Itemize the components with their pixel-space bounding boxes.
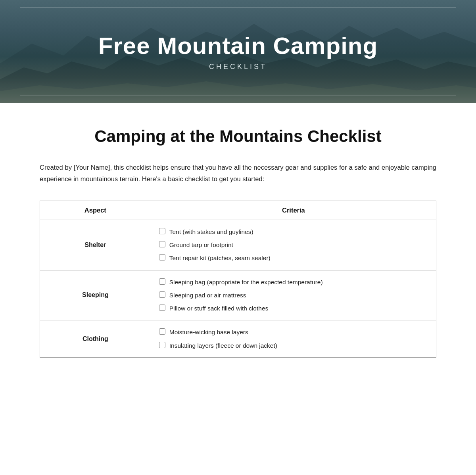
item-text: Tent repair kit (patches, seam sealer) — [169, 253, 271, 262]
checklist-item: Insulating layers (fleece or down jacket… — [159, 341, 428, 350]
checklist-item: Tent (with stakes and guylines) — [159, 227, 428, 236]
item-text: Sleeping bag (appropriate for the expect… — [169, 278, 323, 287]
hero-border-top — [20, 7, 456, 8]
hero-border-bottom — [20, 96, 456, 96]
checkbox-icon[interactable] — [159, 291, 165, 298]
aspect-cell-0: Shelter — [40, 220, 151, 270]
hero-section: Free Mountain Camping CHECKLIST — [0, 0, 476, 103]
checkbox-icon[interactable] — [159, 328, 165, 335]
main-content: Camping at the Mountains Checklist Creat… — [0, 103, 476, 381]
intro-text: Created by [Your Name], this checklist h… — [40, 162, 436, 185]
checklist-item: Pillow or stuff sack filled with clothes — [159, 304, 428, 313]
checkbox-icon[interactable] — [159, 305, 165, 311]
item-text: Moisture-wicking base layers — [169, 328, 248, 337]
item-text: Tent (with stakes and guylines) — [169, 227, 253, 236]
checklist-item: Moisture-wicking base layers — [159, 328, 428, 337]
hero-subtitle: CHECKLIST — [209, 63, 267, 71]
checklist-item: Sleeping bag (appropriate for the expect… — [159, 278, 428, 287]
table-row: SleepingSleeping bag (appropriate for th… — [40, 270, 436, 320]
header-criteria: Criteria — [151, 201, 436, 220]
table-row: ClothingMoisture-wicking base layersInsu… — [40, 320, 436, 358]
checkbox-icon[interactable] — [159, 278, 165, 285]
item-text: Ground tarp or footprint — [169, 240, 233, 249]
item-text: Insulating layers (fleece or down jacket… — [169, 341, 277, 350]
table-header-row: Aspect Criteria — [40, 201, 436, 220]
aspect-cell-2: Clothing — [40, 320, 151, 358]
aspect-cell-1: Sleeping — [40, 270, 151, 320]
checkbox-icon[interactable] — [159, 228, 165, 234]
checklist-table: Aspect Criteria ShelterTent (with stakes… — [40, 201, 436, 358]
checkbox-icon[interactable] — [159, 342, 165, 348]
checkbox-icon[interactable] — [159, 241, 165, 247]
checklist-item: Sleeping pad or air mattress — [159, 291, 428, 300]
criteria-cell-2: Moisture-wicking base layersInsulating l… — [151, 320, 436, 358]
criteria-cell-0: Tent (with stakes and guylines)Ground ta… — [151, 220, 436, 270]
table-row: ShelterTent (with stakes and guylines)Gr… — [40, 220, 436, 270]
checklist-item: Tent repair kit (patches, seam sealer) — [159, 253, 428, 262]
criteria-cell-1: Sleeping bag (appropriate for the expect… — [151, 270, 436, 320]
checkbox-icon[interactable] — [159, 254, 165, 260]
header-aspect: Aspect — [40, 201, 151, 220]
item-text: Sleeping pad or air mattress — [169, 291, 246, 300]
page-heading: Camping at the Mountains Checklist — [40, 127, 436, 146]
hero-title: Free Mountain Camping — [98, 32, 378, 59]
item-text: Pillow or stuff sack filled with clothes — [169, 304, 269, 313]
checklist-item: Ground tarp or footprint — [159, 240, 428, 249]
